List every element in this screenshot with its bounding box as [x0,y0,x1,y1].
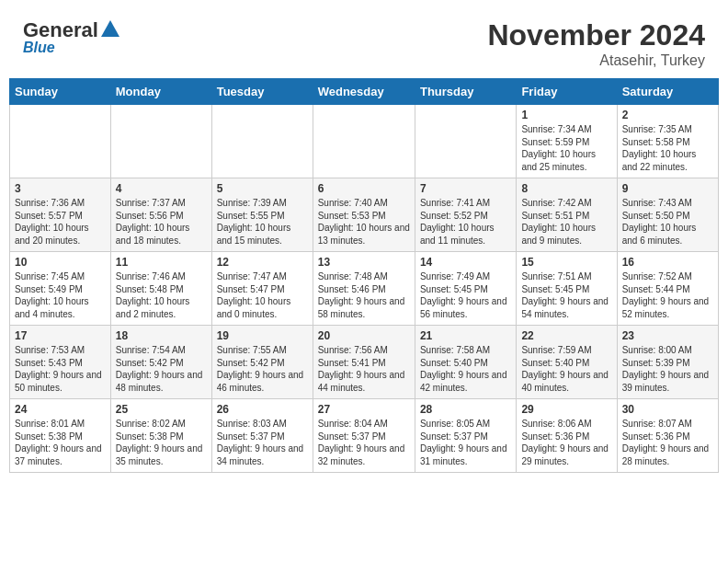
day-info: Sunrise: 8:07 AM Sunset: 5:36 PM Dayligh… [622,418,713,467]
day-number: 28 [420,403,511,416]
calendar-cell-w3d5: 14Sunrise: 7:49 AM Sunset: 5:45 PM Dayli… [415,252,516,326]
logo: General Blue [23,18,119,56]
day-number: 14 [420,256,511,269]
calendar-cell-w5d2: 25Sunrise: 8:02 AM Sunset: 5:38 PM Dayli… [110,399,211,473]
calendar-cell-w2d2: 4Sunrise: 7:37 AM Sunset: 5:56 PM Daylig… [110,178,211,252]
calendar-cell-w4d7: 23Sunrise: 8:00 AM Sunset: 5:39 PM Dayli… [617,326,718,399]
day-info: Sunrise: 7:36 AM Sunset: 5:57 PM Dayligh… [15,197,106,247]
day-number: 6 [318,182,410,195]
calendar-cell-w5d1: 24Sunrise: 8:01 AM Sunset: 5:38 PM Dayli… [10,399,111,473]
day-number: 24 [15,403,106,416]
day-info: Sunrise: 8:06 AM Sunset: 5:36 PM Dayligh… [521,418,611,467]
day-number: 8 [521,182,611,195]
page-header: General Blue November 2024 Atasehir, Tur… [9,9,719,74]
day-number: 2 [622,109,713,121]
day-number: 18 [116,329,207,342]
calendar-cell-w3d6: 15Sunrise: 7:51 AM Sunset: 5:45 PM Dayli… [517,252,617,326]
day-info: Sunrise: 7:41 AM Sunset: 5:52 PM Dayligh… [420,197,511,247]
calendar-cell-w5d5: 28Sunrise: 8:05 AM Sunset: 5:37 PM Dayli… [415,399,516,473]
col-saturday: Saturday [617,79,718,105]
calendar-cell-w3d3: 12Sunrise: 7:47 AM Sunset: 5:47 PM Dayli… [211,252,313,326]
logo-blue: Blue [23,40,55,56]
calendar-cell-w4d2: 18Sunrise: 7:54 AM Sunset: 5:42 PM Dayli… [110,326,211,399]
calendar-cell-w2d4: 6Sunrise: 7:40 AM Sunset: 5:53 PM Daylig… [313,178,415,252]
week-row-5: 24Sunrise: 8:01 AM Sunset: 5:38 PM Dayli… [10,399,719,473]
day-info: Sunrise: 7:40 AM Sunset: 5:53 PM Dayligh… [318,197,410,247]
calendar-cell-w2d5: 7Sunrise: 7:41 AM Sunset: 5:52 PM Daylig… [415,178,516,252]
calendar-cell-w5d4: 27Sunrise: 8:04 AM Sunset: 5:37 PM Dayli… [313,399,415,473]
calendar-cell-w1d3 [211,105,313,178]
day-info: Sunrise: 7:55 AM Sunset: 5:42 PM Dayligh… [217,344,308,394]
calendar-cell-w4d1: 17Sunrise: 7:53 AM Sunset: 5:43 PM Dayli… [10,326,111,399]
day-number: 23 [622,329,713,342]
calendar-cell-w1d5 [415,105,516,178]
col-friday: Friday [517,79,617,105]
day-number: 4 [116,182,207,195]
day-number: 25 [116,403,207,416]
day-info: Sunrise: 8:04 AM Sunset: 5:37 PM Dayligh… [318,418,410,467]
day-info: Sunrise: 7:59 AM Sunset: 5:40 PM Dayligh… [521,344,611,394]
svg-marker-0 [101,20,119,37]
day-info: Sunrise: 7:52 AM Sunset: 5:44 PM Dayligh… [622,270,713,320]
day-number: 7 [420,182,511,195]
calendar-cell-w2d3: 5Sunrise: 7:39 AM Sunset: 5:55 PM Daylig… [211,178,313,252]
calendar-table: Sunday Monday Tuesday Wednesday Thursday… [9,78,719,473]
calendar-cell-w5d3: 26Sunrise: 8:03 AM Sunset: 5:37 PM Dayli… [211,399,313,473]
col-thursday: Thursday [415,79,516,105]
day-info: Sunrise: 7:49 AM Sunset: 5:45 PM Dayligh… [420,270,511,320]
calendar-cell-w3d2: 11Sunrise: 7:46 AM Sunset: 5:48 PM Dayli… [110,252,211,326]
calendar-cell-w2d1: 3Sunrise: 7:36 AM Sunset: 5:57 PM Daylig… [10,178,111,252]
day-info: Sunrise: 8:02 AM Sunset: 5:38 PM Dayligh… [116,418,207,467]
day-info: Sunrise: 7:42 AM Sunset: 5:51 PM Dayligh… [521,197,611,247]
day-number: 22 [521,329,611,342]
day-info: Sunrise: 7:35 AM Sunset: 5:58 PM Dayligh… [622,123,713,173]
week-row-2: 3Sunrise: 7:36 AM Sunset: 5:57 PM Daylig… [10,178,719,252]
day-number: 1 [521,109,611,121]
calendar-cell-w3d1: 10Sunrise: 7:45 AM Sunset: 5:49 PM Dayli… [10,252,111,326]
calendar-cell-w1d4 [313,105,415,178]
day-info: Sunrise: 8:03 AM Sunset: 5:37 PM Dayligh… [217,418,308,467]
calendar-cell-w1d6: 1Sunrise: 7:34 AM Sunset: 5:59 PM Daylig… [517,105,617,178]
logo-triangle-icon [101,20,119,42]
week-row-3: 10Sunrise: 7:45 AM Sunset: 5:49 PM Dayli… [10,252,719,326]
calendar-cell-w4d4: 20Sunrise: 7:56 AM Sunset: 5:41 PM Dayli… [313,326,415,399]
day-info: Sunrise: 7:34 AM Sunset: 5:59 PM Dayligh… [521,123,611,173]
col-wednesday: Wednesday [313,79,415,105]
day-number: 30 [622,403,713,416]
day-number: 21 [420,329,511,342]
day-number: 17 [15,329,106,342]
day-info: Sunrise: 7:56 AM Sunset: 5:41 PM Dayligh… [318,344,410,394]
day-info: Sunrise: 7:39 AM Sunset: 5:55 PM Dayligh… [217,197,308,247]
day-number: 10 [15,256,106,269]
col-sunday: Sunday [10,79,111,105]
day-number: 29 [521,403,611,416]
day-info: Sunrise: 8:00 AM Sunset: 5:39 PM Dayligh… [622,344,713,394]
day-info: Sunrise: 8:05 AM Sunset: 5:37 PM Dayligh… [420,418,511,467]
day-number: 26 [217,403,308,416]
day-number: 3 [15,182,106,195]
day-info: Sunrise: 7:58 AM Sunset: 5:40 PM Dayligh… [420,344,511,394]
calendar-cell-w3d4: 13Sunrise: 7:48 AM Sunset: 5:46 PM Dayli… [313,252,415,326]
day-number: 11 [116,256,207,269]
calendar-cell-w4d3: 19Sunrise: 7:55 AM Sunset: 5:42 PM Dayli… [211,326,313,399]
day-number: 20 [318,329,410,342]
day-number: 15 [521,256,611,269]
day-info: Sunrise: 7:53 AM Sunset: 5:43 PM Dayligh… [15,344,106,394]
calendar-header-row: Sunday Monday Tuesday Wednesday Thursday… [10,79,719,105]
calendar-cell-w1d1 [10,105,111,178]
calendar-cell-w2d6: 8Sunrise: 7:42 AM Sunset: 5:51 PM Daylig… [517,178,617,252]
calendar-cell-w4d6: 22Sunrise: 7:59 AM Sunset: 5:40 PM Dayli… [517,326,617,399]
day-info: Sunrise: 7:43 AM Sunset: 5:50 PM Dayligh… [622,197,713,247]
page-title: November 2024 [487,18,705,52]
day-number: 5 [217,182,308,195]
day-number: 13 [318,256,410,269]
day-info: Sunrise: 7:37 AM Sunset: 5:56 PM Dayligh… [116,197,207,247]
week-row-4: 17Sunrise: 7:53 AM Sunset: 5:43 PM Dayli… [10,326,719,399]
calendar-cell-w1d2 [110,105,211,178]
col-monday: Monday [110,79,211,105]
day-info: Sunrise: 8:01 AM Sunset: 5:38 PM Dayligh… [15,418,106,467]
day-info: Sunrise: 7:48 AM Sunset: 5:46 PM Dayligh… [318,270,410,320]
calendar-cell-w1d7: 2Sunrise: 7:35 AM Sunset: 5:58 PM Daylig… [617,105,718,178]
day-info: Sunrise: 7:51 AM Sunset: 5:45 PM Dayligh… [521,270,611,320]
calendar-cell-w5d7: 30Sunrise: 8:07 AM Sunset: 5:36 PM Dayli… [617,399,718,473]
